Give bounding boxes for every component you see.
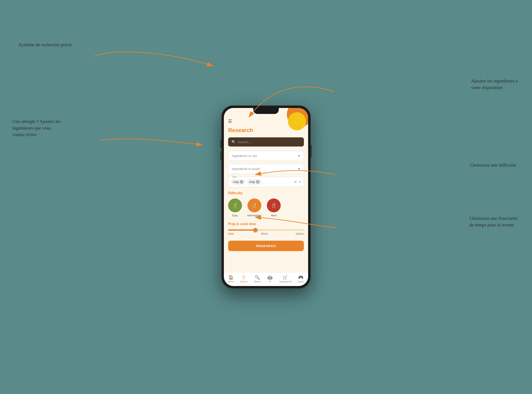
nav-browse-label: Browse (240, 280, 248, 283)
nav-ia[interactable]: 🤖 IA (267, 275, 273, 283)
fork-easy-icon: 🍴 (232, 203, 238, 208)
nav-home-label: Home (228, 280, 234, 283)
tags-label: Tags (231, 175, 238, 178)
shopping-icon: 🛒 (283, 275, 288, 280)
tags-container: Tags Chip × Chip × ✕ ▼ (228, 177, 304, 187)
home-icon: 🏠 (228, 275, 234, 280)
notch (253, 108, 279, 114)
slider-min-label: 5min (228, 232, 234, 235)
difficulty-intermediate-label: Intermediate (247, 214, 262, 217)
bottom-nav: 🏠 Home 🍴 Browse 🔍 Search 🤖 IA 🛒 S (224, 272, 308, 286)
chip-1[interactable]: Chip × (231, 179, 245, 185)
page-title: Research (228, 127, 304, 134)
difficulty-easy-circle: 🍴 (228, 198, 242, 212)
prep-time-section: Prep & cook time 5min 60min 120min (228, 222, 304, 235)
fork-intermediate-icon: 🍴 (252, 203, 257, 208)
nav-shopping-label: Shopping list (279, 280, 291, 283)
chip-2-close-icon[interactable]: × (256, 180, 259, 184)
ingredients-avoid-dropdown[interactable]: Ingredients to avoid ▼ (228, 164, 304, 174)
difficulty-intermediate-circle: 🍴 (248, 198, 261, 212)
header-bar: ☰ (228, 118, 304, 124)
slider-thumb[interactable] (253, 228, 258, 232)
difficulty-hard-label: Hard (271, 214, 276, 217)
annotation-top-left: Système de recherche précis (19, 41, 72, 48)
nav-home[interactable]: 🏠 Home (228, 275, 234, 283)
slider-track (228, 229, 304, 231)
game-icon: 🎮 (298, 275, 304, 280)
nav-browse[interactable]: 🍴 Browse (240, 275, 248, 283)
nav-game[interactable]: 🎮 Game (298, 275, 304, 283)
phone-screen: ☰ Research 🔍 Ingredients to use ▼ Ingred… (224, 108, 308, 286)
difficulty-intermediate[interactable]: 🍴 Intermediate (247, 198, 262, 217)
chevron-down-icon-2: ▼ (298, 167, 300, 170)
prep-time-title: Prep & cook time (228, 222, 304, 226)
nav-search[interactable]: 🔍 Search (254, 275, 261, 283)
difficulty-easy[interactable]: 🍴 Easy (228, 198, 242, 217)
chip-1-label: Chip (233, 180, 239, 184)
tags-inner: Chip × Chip × ✕ ▼ (231, 179, 301, 185)
phone-frame: ☰ Research 🔍 Ingredients to use ▼ Ingred… (221, 105, 311, 289)
fork-hard-icon: 🍴 (271, 203, 277, 208)
ingredients-avoid-label: Ingredients to avoid (232, 167, 260, 171)
volume-button-2 (220, 151, 221, 160)
difficulty-hard-circle: 🍴 (267, 198, 281, 212)
tags-chevron-icon[interactable]: ▼ (299, 180, 301, 183)
research-button[interactable]: RESEARCH (228, 241, 304, 251)
difficulty-row: 🍴 Easy 🍴 Intermediate 🍴 (228, 198, 304, 217)
slider-max-label: 120min (296, 232, 304, 235)
tags-clear-icon[interactable]: ✕ (294, 180, 297, 184)
chip-2[interactable]: Chip × (247, 179, 262, 185)
ia-icon: 🤖 (267, 275, 273, 280)
chip-2-label: Chip (249, 180, 255, 184)
nav-shopping[interactable]: 🛒 Shopping list (279, 275, 291, 283)
search-input[interactable] (238, 140, 300, 144)
tags-actions: ✕ ▼ (294, 180, 301, 184)
nav-search-label: Search (254, 280, 261, 283)
ingredients-use-dropdown[interactable]: Ingredients to use ▼ (228, 151, 304, 161)
volume-button-1 (220, 140, 221, 148)
screen-content: ☰ Research 🔍 Ingredients to use ▼ Ingred… (224, 108, 308, 272)
browse-icon: 🍴 (241, 275, 247, 280)
ingredients-use-label: Ingredients to use (232, 154, 257, 158)
slider-labels: 5min 60min 120min (228, 232, 304, 235)
search-bar[interactable]: 🔍 (228, 137, 304, 146)
chevron-down-icon: ▼ (298, 154, 300, 157)
annotation-right-top: Ajoutez les ingrédients àvotre dispositi… (471, 78, 517, 91)
nav-ia-label: IA (269, 280, 271, 283)
annotation-right-bottom: Choisissez une fourchettede temps pour l… (469, 215, 517, 228)
search-icon: 🔍 (232, 140, 236, 144)
power-button (311, 145, 312, 158)
menu-icon[interactable]: ☰ (228, 119, 232, 124)
difficulty-title: Difficulty (228, 191, 304, 195)
annotation-middle-left: Une allergie ? Ajoutez lesingrédients qu… (12, 118, 61, 138)
slider-fill (228, 229, 257, 231)
annotation-right-middle: Choisissez une difficulté (470, 162, 516, 168)
difficulty-easy-label: Easy (232, 214, 238, 217)
search-nav-icon: 🔍 (255, 275, 260, 280)
nav-game-label: Game (298, 280, 304, 283)
phone-mockup: ☰ Research 🔍 Ingredients to use ▼ Ingred… (221, 105, 311, 289)
chip-1-close-icon[interactable]: × (240, 180, 243, 184)
slider-mid-label: 60min (261, 232, 268, 235)
difficulty-hard[interactable]: 🍴 Hard (267, 198, 281, 217)
